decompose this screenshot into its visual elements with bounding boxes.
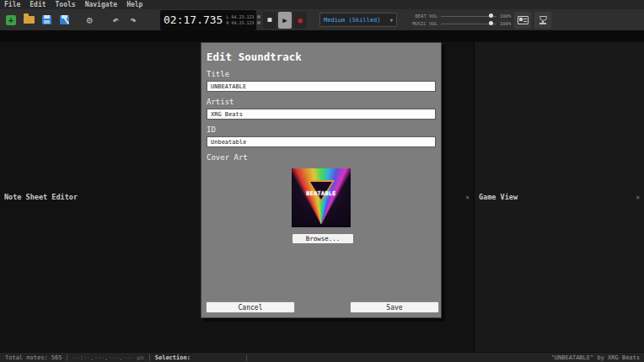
hover-time-status: --:--,---,---,--- µs bbox=[67, 353, 148, 362]
save-as-button[interactable] bbox=[56, 12, 72, 29]
save-button[interactable] bbox=[38, 12, 55, 29]
beat-vol-slider[interactable] bbox=[441, 16, 496, 17]
chevron-down-icon: ▼ bbox=[389, 17, 393, 23]
indicator-dot bbox=[257, 15, 260, 19]
divider bbox=[246, 354, 247, 361]
app-window: FileEditToolsNavigateHelp + ⚙ ↶ ↷ 02:17.… bbox=[0, 0, 644, 362]
difficulty-dropdown[interactable]: Medium (Skilled) ▼ bbox=[319, 13, 397, 27]
play-button[interactable]: ▶ bbox=[278, 12, 292, 29]
game-panel-title: Game View bbox=[479, 193, 518, 201]
artist-field[interactable] bbox=[207, 109, 436, 120]
record-icon: ● bbox=[298, 16, 302, 24]
editor-panel-title: Note Sheet Editor bbox=[4, 193, 78, 201]
soundtrack-metadata-button[interactable] bbox=[514, 12, 531, 29]
dialog-title: Edit Soundtrack bbox=[207, 51, 436, 63]
beat-vol-label: BEAT VOL bbox=[404, 13, 437, 19]
id-field[interactable] bbox=[207, 136, 436, 147]
slider-handle[interactable] bbox=[489, 13, 493, 18]
artist-field-label: Artist bbox=[207, 98, 436, 106]
menu-bar: FileEditToolsNavigateHelp bbox=[0, 0, 644, 9]
trophy-icon bbox=[539, 16, 547, 24]
open-file-button[interactable] bbox=[20, 12, 37, 29]
save-as-icon bbox=[60, 15, 69, 24]
slider-handle[interactable] bbox=[489, 21, 493, 25]
metadata-card-icon bbox=[518, 16, 529, 24]
total-notes-status: Total notes: 565 bbox=[0, 353, 67, 362]
new-file-icon: + bbox=[6, 15, 16, 25]
close-icon[interactable]: ✕ bbox=[636, 194, 640, 201]
music-vol-slider[interactable] bbox=[441, 24, 496, 24]
stop-button[interactable]: ■ bbox=[263, 12, 276, 29]
soundtrack-status: "UNBEATABLE" by XRG Beats bbox=[551, 354, 644, 361]
stop-icon: ■ bbox=[268, 16, 272, 24]
menu-item-help[interactable]: Help bbox=[126, 1, 142, 8]
redo-button[interactable]: ↷ bbox=[125, 12, 142, 29]
save-button[interactable]: Save bbox=[350, 301, 439, 313]
beat-vol-value: 100% bbox=[500, 13, 511, 19]
indicator-dot bbox=[257, 21, 260, 24]
cover-art-image: BEATABLE bbox=[292, 168, 351, 227]
selection-status: Selection: bbox=[150, 353, 196, 362]
gear-icon: ⚙ bbox=[86, 14, 92, 26]
new-file-button[interactable]: + bbox=[3, 12, 19, 29]
open-folder-icon bbox=[24, 16, 35, 24]
record-button[interactable]: ● bbox=[293, 12, 307, 29]
time-right-marker: R 04.23.123 bbox=[226, 20, 254, 25]
difficulty-value: Medium (Skilled) bbox=[324, 17, 380, 24]
title-field[interactable] bbox=[207, 81, 436, 92]
undo-icon: ↶ bbox=[112, 14, 118, 26]
browse-button[interactable]: Browse... bbox=[292, 233, 354, 244]
time-display: 02:17.735 L 04.23.123 R 04.23.123 bbox=[160, 10, 256, 30]
close-icon[interactable]: ✕ bbox=[465, 194, 470, 201]
menu-item-navigate[interactable]: Navigate bbox=[85, 1, 118, 8]
volume-sliders: BEAT VOL 100% MUSIC VOL 100% bbox=[404, 13, 511, 26]
id-field-label: ID bbox=[207, 125, 436, 134]
achievements-button[interactable] bbox=[534, 12, 551, 29]
transport-controls: ■ ▶ ● bbox=[261, 12, 307, 29]
main-toolbar: + ⚙ ↶ ↷ 02:17.735 L 04.23.123 R 04.23.12… bbox=[0, 9, 644, 30]
save-icon bbox=[42, 15, 51, 24]
menu-item-tools[interactable]: Tools bbox=[56, 1, 76, 8]
status-bar: Total notes: 565 --:--,---,---,--- µs Se… bbox=[0, 352, 644, 362]
play-icon: ▶ bbox=[282, 16, 287, 24]
cover-art-label: Cover Art bbox=[207, 153, 436, 162]
title-field-label: Title bbox=[207, 70, 436, 78]
cover-art-text: BEATABLE bbox=[292, 190, 351, 197]
music-vol-label: MUSIC VOL bbox=[404, 21, 437, 26]
menu-item-file[interactable]: File bbox=[4, 1, 20, 8]
menu-item-edit[interactable]: Edit bbox=[30, 1, 46, 8]
settings-button[interactable]: ⚙ bbox=[81, 12, 98, 29]
undo-button[interactable]: ↶ bbox=[107, 12, 124, 29]
music-vol-value: 100% bbox=[500, 21, 511, 26]
time-current: 02:17.735 bbox=[164, 13, 223, 26]
edit-soundtrack-dialog: Edit Soundtrack Title Artist ID Cover Ar… bbox=[201, 42, 442, 318]
redo-icon: ↷ bbox=[130, 14, 136, 26]
cancel-button[interactable]: Cancel bbox=[206, 301, 295, 313]
game-panel-titlebar: Game View ✕ bbox=[475, 42, 644, 352]
time-left-marker: L 04.23.123 bbox=[226, 14, 254, 19]
